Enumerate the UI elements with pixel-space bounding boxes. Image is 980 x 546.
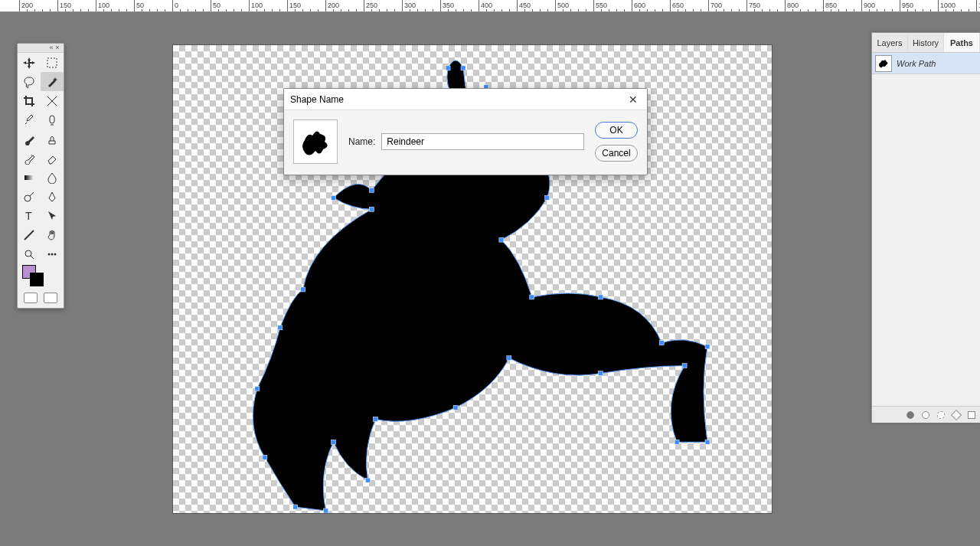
svg-point-44 — [54, 253, 57, 255]
rectangular-marquee-tool[interactable] — [41, 53, 64, 72]
path-to-mask-icon[interactable] — [951, 409, 962, 420]
tab-paths[interactable]: Paths — [944, 33, 980, 52]
svg-rect-9 — [301, 287, 305, 292]
path-item-row[interactable]: Work Path — [872, 53, 980, 74]
svg-rect-26 — [598, 295, 603, 299]
svg-point-41 — [25, 250, 31, 257]
type-tool[interactable]: T — [18, 206, 41, 225]
dialog-title: Shape Name — [290, 94, 344, 105]
stroke-path-icon[interactable] — [922, 411, 929, 419]
dodge-tool[interactable] — [18, 187, 41, 206]
tab-layers[interactable]: Layers — [872, 33, 908, 52]
fill-path-icon[interactable] — [906, 411, 914, 419]
zoom-tool[interactable] — [18, 244, 41, 263]
tools-panel: «× T — [17, 43, 64, 309]
svg-rect-37 — [50, 116, 54, 123]
svg-rect-27 — [530, 295, 534, 299]
svg-rect-28 — [499, 237, 504, 242]
svg-rect-23 — [705, 440, 710, 444]
path-selection-tool[interactable] — [41, 206, 64, 225]
svg-rect-25 — [659, 341, 664, 345]
shape-preview-thumbnail — [293, 119, 338, 164]
svg-rect-24 — [705, 345, 710, 349]
svg-rect-16 — [365, 478, 370, 482]
standard-mode-button[interactable] — [24, 293, 38, 303]
move-tool[interactable] — [18, 53, 41, 72]
panel-header[interactable]: «× — [18, 44, 64, 53]
svg-rect-7 — [332, 195, 336, 200]
svg-point-39 — [24, 195, 31, 201]
brush-tool[interactable] — [18, 129, 41, 149]
shape-name-input[interactable] — [381, 133, 584, 150]
slice-tool[interactable] — [41, 91, 64, 110]
svg-rect-13 — [293, 505, 298, 509]
svg-rect-6 — [369, 188, 374, 192]
svg-rect-19 — [507, 356, 511, 361]
close-icon[interactable]: ✕ — [626, 92, 641, 107]
horizontal-ruler: 2001501005005010015020025030035040045050… — [0, 0, 980, 12]
name-field-label: Name: — [348, 136, 375, 147]
gradient-tool[interactable] — [18, 168, 41, 187]
edit-toolbar[interactable] — [41, 244, 64, 263]
svg-point-42 — [48, 253, 51, 255]
lasso-tool[interactable] — [18, 72, 41, 91]
clone-stamp-tool[interactable] — [41, 129, 64, 149]
eraser-tool[interactable] — [41, 149, 64, 168]
cancel-button[interactable]: Cancel — [595, 145, 638, 162]
svg-rect-12 — [263, 455, 267, 459]
shape-name-dialog: Shape Name ✕ Name: OK Cancel — [283, 88, 648, 175]
svg-text:T: T — [25, 210, 32, 222]
svg-rect-8 — [369, 207, 374, 211]
crop-tool[interactable] — [18, 91, 41, 110]
blur-tool[interactable] — [41, 168, 64, 187]
right-panels: LayersHistoryPaths Work Path — [871, 32, 980, 423]
color-swatches[interactable] — [18, 263, 64, 291]
svg-rect-17 — [373, 417, 377, 421]
svg-rect-29 — [545, 195, 550, 200]
svg-point-43 — [51, 253, 54, 255]
path-item-label: Work Path — [897, 59, 936, 68]
svg-rect-38 — [24, 175, 34, 180]
line-tool[interactable] — [18, 225, 41, 244]
magic-wand-tool[interactable] — [41, 72, 64, 91]
svg-rect-14 — [324, 508, 328, 513]
svg-rect-36 — [47, 58, 57, 67]
path-thumbnail — [875, 55, 892, 72]
eyedropper-tool[interactable] — [18, 110, 41, 129]
hand-tool[interactable] — [41, 225, 64, 244]
background-color-swatch[interactable] — [30, 273, 44, 286]
selection-from-path-icon[interactable] — [937, 411, 945, 419]
panel-footer — [872, 406, 980, 423]
svg-rect-18 — [453, 405, 458, 410]
svg-rect-20 — [598, 371, 603, 376]
svg-rect-15 — [332, 440, 336, 444]
svg-rect-10 — [278, 325, 283, 330]
pen-tool[interactable] — [41, 187, 64, 206]
history-brush-tool[interactable] — [18, 149, 41, 168]
svg-rect-21 — [682, 364, 687, 368]
spot-healing-tool[interactable] — [41, 110, 64, 129]
svg-rect-22 — [675, 440, 679, 444]
svg-rect-11 — [255, 387, 260, 391]
screen-mode-button[interactable] — [44, 293, 57, 303]
ok-button[interactable]: OK — [595, 122, 638, 139]
new-path-icon[interactable] — [968, 411, 975, 419]
svg-rect-1 — [446, 66, 450, 70]
tab-history[interactable]: History — [908, 33, 944, 52]
svg-rect-0 — [461, 66, 466, 70]
